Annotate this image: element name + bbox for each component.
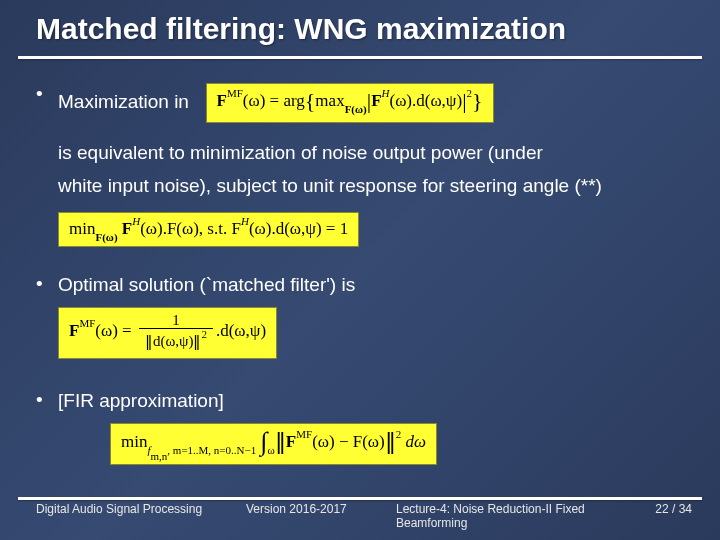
bullet-1-lead: Maximization in — [58, 91, 189, 112]
bullet-1-text: Maximization in FMF(ω) = arg{maxF(ω)|FH(… — [58, 83, 690, 123]
formula-1: FMF(ω) = arg{maxF(ω)|FH(ω).d(ω,ψ)|2} — [206, 83, 494, 123]
formula-3: FMF(ω) = 1‖d(ω,ψ)‖2.d(ω,ψ) — [58, 307, 277, 359]
slide-title: Matched filtering: WNG maximization — [0, 0, 720, 56]
slide-footer: Digital Audio Signal Processing Version … — [0, 502, 720, 530]
bullet-1: • Maximization in FMF(ω) = arg{maxF(ω)|F… — [0, 77, 720, 127]
bullet-marker: • — [36, 273, 58, 295]
bullet-2-text: Optimal solution (`matched filter') is — [58, 273, 690, 297]
bullet-1-cont1: is equivalent to minimization of noise o… — [0, 137, 720, 171]
bullet-3: • [FIR approximation] — [0, 383, 720, 417]
slide: Matched filtering: WNG maximization • Ma… — [0, 0, 720, 540]
footer-left: Digital Audio Signal Processing — [36, 502, 246, 516]
bullet-1-cont2: white input noise), subject to unit resp… — [0, 170, 720, 204]
footer-version: Version 2016-2017 — [246, 502, 396, 516]
slide-content: • Maximization in FMF(ω) = arg{maxF(ω)|F… — [0, 59, 720, 471]
bullet-2: • Optimal solution (`matched filter') is — [0, 267, 720, 301]
formula-4: minfm,n, m=1..M, n=0..N−1 ∫ω‖FMF(ω) − F(… — [110, 423, 437, 465]
footer-lecture: Lecture-4: Noise Reduction-II Fixed Beam… — [396, 502, 632, 530]
footer-divider — [18, 497, 702, 500]
bullet-marker: • — [36, 83, 58, 105]
footer-page: 22 / 34 — [632, 502, 692, 516]
formula-2: minF(ω) FH(ω).F(ω), s.t. FH(ω).d(ω,ψ) = … — [58, 212, 359, 247]
bullet-marker: • — [36, 389, 58, 411]
bullet-3-text: [FIR approximation] — [58, 389, 690, 413]
